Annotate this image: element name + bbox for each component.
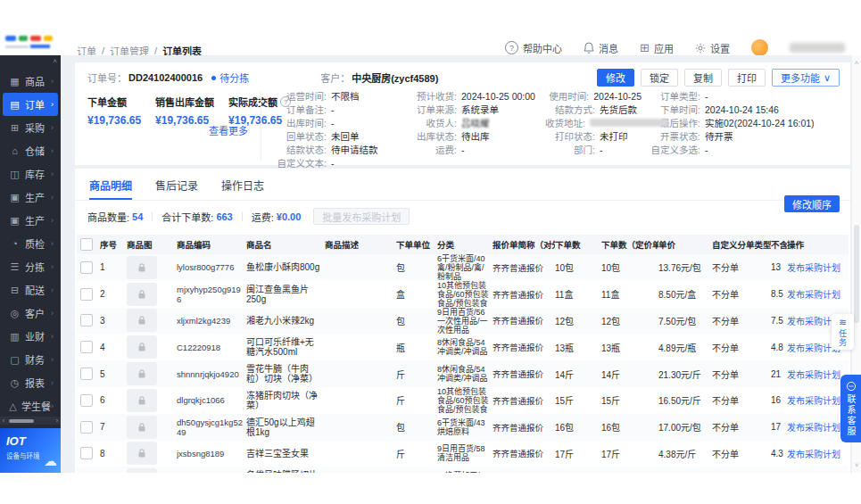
sidebar-scroll-up-icon[interactable]: ˄: [53, 57, 57, 65]
publish-purchase-plan-link[interactable]: 发布采购计划: [787, 290, 840, 300]
contact-support-button[interactable]: 联系客服: [840, 375, 861, 442]
chevron-right-icon: ›: [51, 239, 54, 248]
messages-button[interactable]: 消息: [584, 41, 618, 55]
more-actions-dropdown[interactable]: 更多功能∨: [772, 69, 840, 87]
lock-button[interactable]: 锁定: [641, 69, 678, 87]
sidebar-item-warehouse[interactable]: ⌂ 仓储 ›: [3, 139, 58, 162]
sidebar-item-finance[interactable]: ▢ 财务 ›: [3, 348, 58, 371]
sidebar-item-customers[interactable]: ◎ 客户 ›: [3, 302, 58, 325]
total-value: 663: [216, 211, 232, 222]
custom-split-type: 不分单: [712, 287, 771, 301]
copy-button[interactable]: 复制: [684, 69, 722, 87]
help-center-button[interactable]: ? 帮助中心: [505, 41, 562, 55]
unit-price: 4.89元/瓶: [658, 341, 712, 354]
info-value: 2024-10-24 15:46: [705, 104, 779, 115]
tasks-float-button[interactable]: ≋ 任务: [832, 314, 854, 350]
qty-label: 商品数量:: [87, 210, 129, 224]
iot-banner[interactable]: IOT 设备与环境 ☁: [0, 428, 61, 473]
sidebar-horizontal-scrollbar[interactable]: ‹ ›: [0, 417, 61, 425]
tab-aftersale-records[interactable]: 售后记录: [155, 178, 198, 200]
publish-purchase-plan-link[interactable]: 发布采购计划: [787, 263, 840, 273]
col-product-desc: 商品描述: [325, 238, 396, 251]
product-image-placeholder[interactable]: [127, 416, 157, 439]
extax-price-truncated: 4.8: [771, 343, 787, 352]
settings-button[interactable]: 设置: [695, 41, 730, 55]
publish-purchase-plan-link[interactable]: 发布采购计划: [787, 450, 840, 459]
status-badge: 待分拣: [211, 70, 249, 85]
publish-purchase-plan-link[interactable]: 发布采购计划: [787, 423, 840, 433]
row-checkbox[interactable]: [80, 261, 93, 274]
sidebar-item-label: 分拣: [25, 260, 45, 274]
product-name: 鱼松康小酥肉800g: [246, 262, 325, 272]
print-button[interactable]: 打印: [728, 69, 766, 87]
chevron-right-icon: ›: [51, 401, 54, 410]
detail-tabs: 商品明细 售后记录 操作日志: [75, 169, 850, 201]
sidebar-item-qc[interactable]: ◔ 质检 ›: [3, 232, 58, 255]
tab-operation-log[interactable]: 操作日志: [221, 178, 264, 200]
order-unit: 斤: [396, 447, 437, 460]
chevron-right-icon: ›: [51, 193, 54, 202]
batch-publish-purchase-plan-button[interactable]: 批量发布采购计划: [313, 208, 410, 225]
tab-product-detail[interactable]: 商品明细: [89, 178, 132, 200]
row-checkbox[interactable]: [80, 288, 93, 301]
info-label: 运营时间:: [268, 89, 327, 103]
product-name: 湘老九小米辣2kg: [246, 316, 325, 326]
row-checkbox[interactable]: [80, 421, 93, 434]
modify-sequence-button[interactable]: 修改顺序: [784, 195, 840, 212]
user-avatar[interactable]: [751, 39, 768, 56]
extax-price-truncated: 17: [771, 422, 787, 432]
scrollbar-thumb[interactable]: [854, 225, 859, 323]
quote-name: 齐齐普通报价: [493, 314, 555, 326]
sidebar-item-delivery[interactable]: ⊟ 配送 ›: [3, 278, 58, 302]
sidebar-item-icon: ⊞: [9, 122, 21, 134]
select-all-checkbox[interactable]: [80, 238, 93, 251]
scroll-left-icon[interactable]: ‹: [0, 417, 7, 424]
product-image-placeholder[interactable]: [127, 389, 157, 412]
row-checkbox[interactable]: [80, 314, 93, 326]
row-checkbox[interactable]: [80, 368, 93, 380]
order-qty: 10包: [555, 260, 601, 274]
scroll-right-icon[interactable]: ›: [54, 417, 61, 424]
scroll-down-icon[interactable]: ˅: [852, 461, 861, 469]
product-image-placeholder[interactable]: [127, 442, 157, 465]
product-category: 6干货米面/40禽/粉制品/禽/粉制品: [437, 254, 493, 281]
col-unit-price: 单价: [658, 238, 712, 251]
apps-button[interactable]: ⊞ 应用: [640, 41, 674, 55]
sidebar-item-business-finance[interactable]: ▥ 业财 ›: [3, 325, 58, 348]
scrollbar-thumb[interactable]: [9, 419, 34, 423]
product-image-placeholder[interactable]: [127, 283, 157, 306]
iot-subtitle: 设备与环境: [6, 450, 40, 460]
sidebar-item-orders[interactable]: ▤ 订单 ›: [3, 93, 58, 116]
product-image-placeholder[interactable]: [127, 309, 157, 332]
sidebar-item-icon: ☰: [9, 261, 21, 273]
chat-bubble-icon: [846, 381, 857, 392]
sidebar-item-goods[interactable]: ▦ 商品 ›: [3, 70, 58, 93]
product-image-placeholder[interactable]: [127, 468, 157, 473]
sidebar-item-reports[interactable]: ◷ 报表 ›: [3, 371, 58, 394]
modify-button[interactable]: 修改: [597, 69, 634, 87]
info-label: 部门:: [545, 143, 595, 156]
row-checkbox[interactable]: [80, 447, 93, 459]
sidebar-item-student-meal[interactable]: △ 学生餐 ›: [3, 394, 58, 417]
product-image-placeholder[interactable]: [127, 335, 157, 359]
sidebar-item-sorting[interactable]: ☰ 分拣 ›: [3, 255, 58, 278]
info-label: 收货地址:: [545, 116, 585, 129]
sidebar-item-production-1[interactable]: ▣ 生产 ›: [3, 186, 58, 209]
scroll-up-icon[interactable]: ˄: [852, 59, 861, 67]
info-value: -: [705, 145, 708, 155]
sidebar-item-production-2[interactable]: ▣ 生产 ›: [3, 209, 58, 232]
row-checkbox[interactable]: [80, 394, 93, 407]
publish-purchase-plan-link[interactable]: 发布采购计划: [787, 370, 840, 380]
freight-value: ¥0.00: [277, 211, 302, 222]
colon: ：: [117, 70, 127, 85]
publish-purchase-plan-link[interactable]: 发布采购计划: [787, 396, 840, 406]
product-name: 冻猪肝肉切块（净菜）: [246, 391, 325, 410]
customer-label: 客户: [320, 70, 340, 85]
product-image-placeholder[interactable]: [127, 256, 157, 279]
row-checkbox[interactable]: [80, 341, 93, 353]
info-column-d: 订单类型:-下单时间:2024-10-24 15:46最后操作:实施02(202…: [642, 89, 856, 169]
sidebar-item-inventory[interactable]: ◫ 库存 ›: [3, 162, 58, 186]
view-more-link[interactable]: 查看更多: [209, 123, 248, 137]
product-image-placeholder[interactable]: [127, 362, 157, 385]
sidebar-item-purchase[interactable]: ⊞ 采购 ›: [3, 116, 58, 139]
